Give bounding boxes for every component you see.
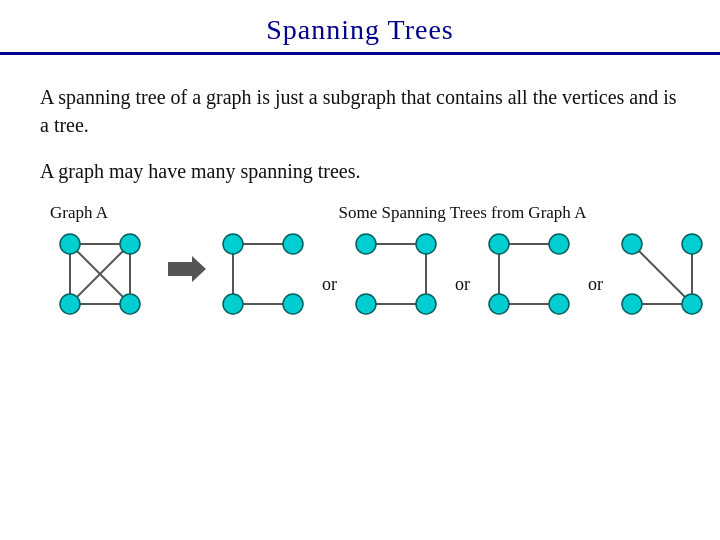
spanning-trees-area: Some Spanning Trees from Graph A bbox=[218, 203, 707, 319]
svg-point-7 bbox=[120, 234, 140, 254]
svg-point-38 bbox=[682, 294, 702, 314]
spanning-trees-row: or or bbox=[218, 229, 707, 319]
diagram-area: Graph A bbox=[40, 203, 680, 319]
spanning-trees-label: Some Spanning Trees from Graph A bbox=[339, 203, 587, 223]
svg-point-35 bbox=[622, 234, 642, 254]
svg-marker-10 bbox=[168, 256, 206, 282]
svg-point-23 bbox=[356, 294, 376, 314]
svg-point-24 bbox=[416, 294, 436, 314]
svg-point-28 bbox=[489, 234, 509, 254]
paragraph-1: A spanning tree of a graph is just a sub… bbox=[40, 83, 680, 139]
svg-point-6 bbox=[60, 234, 80, 254]
spanning-tree-1 bbox=[218, 229, 308, 319]
svg-point-16 bbox=[223, 294, 243, 314]
or-1: or bbox=[322, 254, 337, 295]
or-3: or bbox=[588, 254, 603, 295]
svg-line-32 bbox=[632, 244, 692, 304]
paragraph-2: A graph may have many spanning trees. bbox=[40, 157, 680, 185]
svg-point-9 bbox=[120, 294, 140, 314]
svg-point-15 bbox=[283, 234, 303, 254]
svg-point-29 bbox=[549, 234, 569, 254]
svg-point-22 bbox=[416, 234, 436, 254]
svg-point-8 bbox=[60, 294, 80, 314]
page: Spanning Trees A spanning tree of a grap… bbox=[0, 0, 720, 540]
svg-point-14 bbox=[223, 234, 243, 254]
spanning-tree-3 bbox=[484, 229, 574, 319]
svg-point-30 bbox=[489, 294, 509, 314]
content: A spanning tree of a graph is just a sub… bbox=[0, 55, 720, 329]
header: Spanning Trees bbox=[0, 0, 720, 55]
arrow-icon bbox=[168, 234, 208, 288]
page-title: Spanning Trees bbox=[0, 14, 720, 46]
graph-a-svg bbox=[50, 229, 150, 319]
or-2: or bbox=[455, 254, 470, 295]
graph-a-label: Graph A bbox=[50, 203, 108, 223]
spanning-tree-4 bbox=[617, 229, 707, 319]
graph-a-area: Graph A bbox=[50, 203, 150, 319]
svg-point-21 bbox=[356, 234, 376, 254]
svg-point-36 bbox=[682, 234, 702, 254]
spanning-tree-2 bbox=[351, 229, 441, 319]
svg-point-17 bbox=[283, 294, 303, 314]
svg-point-37 bbox=[622, 294, 642, 314]
svg-point-31 bbox=[549, 294, 569, 314]
